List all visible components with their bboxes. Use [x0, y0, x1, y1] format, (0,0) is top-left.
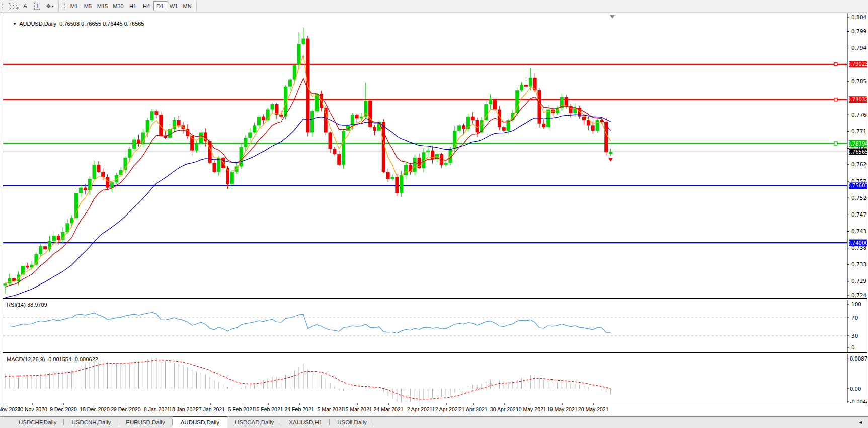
tab-usdcnh[interactable]: USDCNH,Daily [64, 417, 118, 428]
price-axis: 0.804200.799500.794800.785400.776000.771… [847, 13, 867, 298]
svg-text:0.79023: 0.79023 [847, 61, 867, 67]
date-tick [531, 403, 531, 405]
date-tick [331, 403, 331, 405]
chart-symbol-label: AUDUSD,Daily [19, 21, 56, 27]
tab-usoil[interactable]: USOil,Daily [330, 417, 374, 428]
collapse-triangle-icon[interactable]: ▼ [13, 22, 17, 26]
date-tick [242, 403, 242, 405]
svg-text:0.78032: 0.78032 [847, 97, 867, 102]
date-label: 27 Jan 2021 [196, 406, 225, 412]
svg-text:0.79480: 0.79480 [851, 45, 867, 51]
date-label: 2 Apr 2021 [407, 406, 433, 412]
tab-eurusd[interactable]: EURUSD,Daily [118, 417, 172, 428]
timeframe-button-MN[interactable]: MN [181, 1, 194, 11]
chart-shift-marker-icon [610, 15, 615, 19]
svg-text:0.75260: 0.75260 [851, 195, 867, 201]
price-chart-canvas[interactable]: 0.804200.799500.794800.785400.776000.771… [3, 13, 867, 298]
date-tick [562, 403, 563, 405]
svg-text:0.74790: 0.74790 [851, 211, 867, 218]
timeframe-button-H4[interactable]: H4 [140, 1, 153, 11]
svg-text:30: 30 [851, 333, 858, 339]
letter-a-icon: A [23, 3, 27, 10]
macd-axis: 0.0087820.00-0.00445 [847, 354, 867, 403]
macd-canvas[interactable]: 0.0087820.00-0.00445 [3, 354, 867, 403]
rsi-line [10, 313, 611, 333]
svg-text:0: 0 [851, 344, 855, 350]
date-tick [446, 403, 447, 405]
toolbar-drag-handle[interactable] [62, 2, 66, 10]
svg-text:0.76794: 0.76794 [847, 141, 867, 147]
top-toolbar: F A T ❖ ▾ M1M5M15M30H1H4D1W1MN [0, 0, 868, 13]
rsi-indicator-panel[interactable]: 10070300 RSI(14) 38.9709 [3, 300, 867, 353]
svg-text:0.00: 0.00 [850, 386, 861, 392]
svg-text:70: 70 [851, 315, 858, 321]
date-label: 19 May 2021 [547, 406, 578, 412]
date-label: 24 Mar 2021 [374, 406, 404, 412]
date-label: 18 Jan 2021 [169, 406, 198, 412]
timeframe-button-D1[interactable]: D1 [153, 1, 167, 11]
svg-text:0.79950: 0.79950 [851, 28, 867, 34]
date-tick [420, 403, 420, 405]
price-tag: 0.76565 [847, 149, 867, 155]
timeframe-button-M1[interactable]: M1 [67, 1, 81, 11]
svg-text:0.77130: 0.77130 [851, 128, 867, 134]
rsi-label: RSI(14) 38.9709 [7, 302, 47, 308]
date-tick [184, 403, 184, 405]
timeframe-button-M5[interactable]: M5 [81, 1, 95, 11]
tab-usdchf[interactable]: USDCHF,Daily [11, 417, 64, 428]
svg-text:100: 100 [851, 301, 861, 307]
svg-text:0.77600: 0.77600 [851, 112, 867, 118]
macd-label: MACD(12,26,9) -0.001554 -0.000622 [7, 356, 98, 362]
timeframe-button-group: M1M5M15M30H1H4D1W1MN [67, 1, 194, 11]
text-box-tool-button[interactable]: T [31, 1, 43, 11]
date-tick [299, 403, 300, 405]
chart-grid-icon[interactable]: F [7, 1, 19, 11]
tab-audusd[interactable]: AUDUSD,Daily [173, 416, 227, 428]
macd-histogram [5, 358, 611, 402]
date-tick [157, 403, 157, 405]
price-tag: 0.74000 [847, 240, 867, 246]
date-tick [388, 403, 389, 405]
price-chart-panel[interactable]: 0.804200.799500.794800.785400.776000.771… [3, 13, 867, 299]
shapes-tool-button[interactable]: ❖ ▾ [43, 1, 56, 11]
timeframe-button-M15[interactable]: M15 [95, 1, 110, 11]
price-tag: 0.78032 [847, 96, 867, 103]
toolbar-separator [58, 2, 59, 11]
date-axis[interactable]: 20 Nov 202030 Nov 20209 Dec 202018 Dec 2… [3, 403, 867, 416]
timeframe-button-H1[interactable]: H1 [126, 1, 140, 11]
text-label-tool-button[interactable]: A [19, 1, 31, 11]
svg-text:0.008782: 0.008782 [850, 356, 867, 362]
chart-title: ▼AUDUSD,Daily 0.76508 0.76655 0.76445 0.… [7, 15, 144, 33]
svg-text:0.76565: 0.76565 [847, 149, 867, 155]
tab-xauusd[interactable]: XAUUSD,H1 [281, 417, 330, 428]
date-label: 5 Feb 2021 [228, 406, 255, 412]
date-tick [357, 403, 358, 405]
svg-text:-0.00445: -0.00445 [850, 399, 867, 403]
date-tick [32, 403, 33, 405]
tab-scroll-left-button[interactable]: ◄ [858, 417, 863, 428]
chart-tabs-bar: USDCHF,DailyUSDCNH,DailyEURUSD,DailyAUDU… [0, 416, 868, 428]
candles-layer [4, 28, 613, 294]
rsi-canvas[interactable]: 10070300 [3, 300, 867, 352]
date-label: 8 Jan 2021 [144, 406, 170, 412]
sell-arrow-icon [609, 158, 613, 162]
date-tick [126, 403, 126, 405]
date-tick [63, 403, 64, 405]
chevron-down-icon: ▾ [52, 4, 54, 9]
tab-usdcad[interactable]: USDCAD,Daily [227, 417, 281, 428]
date-label: 5 Mar 2021 [317, 406, 344, 412]
date-label: 21 Apr 2021 [459, 406, 488, 412]
toolbar-separator [196, 2, 197, 11]
timeframe-button-M30[interactable]: M30 [110, 1, 126, 11]
timeframe-button-W1[interactable]: W1 [167, 1, 181, 11]
svg-text:0.74000: 0.74000 [847, 240, 867, 246]
chart-tabs: USDCHF,DailyUSDCNH,DailyEURUSD,DailyAUDU… [11, 417, 374, 428]
rsi-axis: 10070300 [847, 300, 861, 352]
date-tick [268, 403, 269, 405]
toolbar-drag-handle[interactable] [2, 2, 5, 10]
macd-indicator-panel[interactable]: 0.0087820.00-0.00445 MACD(12,26,9) -0.00… [3, 354, 867, 403]
svg-text:0.76200: 0.76200 [851, 161, 867, 167]
svg-text:0.72910: 0.72910 [851, 278, 867, 284]
svg-text:0.73380: 0.73380 [851, 261, 867, 267]
date-label: 28 May 2021 [578, 406, 609, 412]
